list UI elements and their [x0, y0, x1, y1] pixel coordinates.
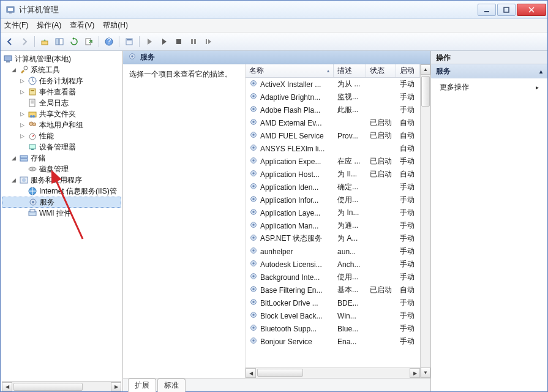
- tree-shared-folders[interactable]: ▷共享文件夹: [2, 108, 121, 119]
- tree-performance[interactable]: ▷性能: [2, 130, 121, 141]
- service-row[interactable]: Adobe Flash Pla...此服...手动: [246, 104, 420, 116]
- menu-file[interactable]: 文件(F): [4, 20, 28, 31]
- service-desc: 为通...: [334, 219, 366, 232]
- tree-services[interactable]: ▷服务: [2, 197, 121, 208]
- minimize-button[interactable]: [478, 4, 496, 16]
- refresh-button[interactable]: [67, 35, 81, 48]
- service-row[interactable]: Application Iden...确定...手动: [246, 181, 420, 194]
- service-name: Application Infor...: [260, 196, 318, 205]
- tree-services-apps[interactable]: ◢ 服务和应用程序: [2, 175, 121, 186]
- tree-iis[interactable]: ▷Internet 信息服务(IIS)管: [2, 186, 121, 197]
- restart-button[interactable]: [201, 35, 215, 48]
- service-row[interactable]: AMD FUEL ServiceProv...已启动自动: [246, 129, 420, 142]
- close-button[interactable]: [517, 4, 546, 16]
- menu-action[interactable]: 操作(A): [37, 20, 61, 31]
- expand-icon[interactable]: ▷: [19, 111, 26, 118]
- svg-point-49: [131, 55, 133, 58]
- tree-device-manager[interactable]: ▷设备管理器: [2, 141, 121, 153]
- service-row[interactable]: Autodesk Licensi...Anch...手动: [246, 258, 420, 271]
- expand-icon[interactable]: ▷: [19, 89, 26, 96]
- service-row[interactable]: ActiveX Installer ...为从 ...手动: [246, 78, 420, 91]
- svg-rect-9: [59, 39, 63, 45]
- menu-view[interactable]: 查看(V): [70, 20, 94, 31]
- tree-wmi[interactable]: ▷WMI 控件: [2, 208, 121, 219]
- stop-button[interactable]: [172, 35, 186, 48]
- service-row[interactable]: Bluetooth Supp...Blue...手动: [246, 322, 420, 335]
- tree-root[interactable]: 计算机管理(本地): [2, 53, 121, 64]
- service-row[interactable]: aunhelperaun...手动: [246, 245, 420, 258]
- service-row[interactable]: Block Level Back...Win...手动: [246, 309, 420, 322]
- maximize-button[interactable]: [497, 4, 516, 16]
- tree-disk-mgmt[interactable]: ▷磁盘管理: [2, 164, 121, 175]
- list-hscrollbar[interactable]: ◀▶: [246, 368, 420, 378]
- service-status: [366, 251, 396, 253]
- svg-rect-2: [9, 12, 12, 13]
- service-row[interactable]: ANSYS FLEXlm li...自动: [246, 142, 420, 155]
- action-more[interactable]: 更多操作 ▸: [431, 78, 547, 96]
- col-name[interactable]: 名称: [246, 64, 334, 77]
- svg-rect-36: [20, 156, 28, 158]
- pause-button[interactable]: [187, 35, 200, 48]
- svg-point-21: [24, 66, 28, 70]
- tree-local-users[interactable]: ▷本地用户和组: [2, 119, 121, 130]
- tree-system-tools[interactable]: ◢ 系统工具: [2, 64, 121, 75]
- expand-icon[interactable]: ▷: [19, 122, 26, 129]
- tree-global-log[interactable]: ▷全局日志: [2, 97, 121, 108]
- export-button[interactable]: [82, 35, 96, 48]
- expand-icon[interactable]: ▷: [19, 78, 26, 85]
- service-row[interactable]: ASP.NET 状态服务为 A...手动: [246, 232, 420, 245]
- properties-button[interactable]: [122, 35, 136, 48]
- gear-icon: [249, 195, 258, 205]
- col-status[interactable]: 状态: [366, 64, 396, 77]
- start-service-button[interactable]: [143, 35, 156, 48]
- show-hide-tree-button[interactable]: [53, 35, 66, 48]
- action-section[interactable]: 服务 ▴: [431, 64, 547, 78]
- tab-standard[interactable]: 标准: [157, 379, 186, 392]
- service-row[interactable]: Background Inte...使用...手动: [246, 271, 420, 284]
- service-row[interactable]: AMD External Ev...已启动自动: [246, 116, 420, 129]
- svg-rect-15: [176, 39, 181, 44]
- service-status: [366, 302, 396, 304]
- play-button[interactable]: [157, 35, 171, 48]
- svg-point-75: [252, 236, 255, 239]
- tree-event-viewer[interactable]: ▷事件查看器: [2, 86, 121, 97]
- menu-help[interactable]: 帮助(H): [103, 20, 128, 31]
- tree-hscrollbar[interactable]: ◀▶: [2, 381, 121, 391]
- expand-icon[interactable]: ▷: [19, 133, 26, 140]
- gear-icon: [249, 105, 258, 115]
- svg-point-69: [252, 198, 255, 200]
- svg-point-51: [252, 82, 255, 85]
- service-row[interactable]: Bonjour ServiceEna...手动: [246, 335, 420, 348]
- collapse-icon[interactable]: ◢: [10, 177, 17, 184]
- service-desc: 为 A...: [334, 232, 366, 245]
- gear-icon: [249, 323, 258, 334]
- service-row[interactable]: BitLocker Drive ...BDE...手动: [246, 296, 420, 309]
- tools-icon: [19, 65, 29, 75]
- service-startup: 手动: [396, 155, 420, 168]
- col-desc[interactable]: 描述: [334, 64, 366, 77]
- service-name: BitLocker Drive ...: [260, 299, 318, 307]
- gear-icon: [249, 156, 258, 167]
- back-button[interactable]: [3, 35, 17, 48]
- collapse-icon[interactable]: ◢: [10, 67, 17, 74]
- service-row[interactable]: Adaptive Brightn...监视...手动: [246, 91, 420, 104]
- service-row[interactable]: Application Expe...在应 ...已启动手动: [246, 155, 420, 168]
- tab-extended[interactable]: 扩展: [128, 379, 156, 392]
- list-vscrollbar[interactable]: ▲▼: [420, 64, 430, 378]
- service-row[interactable]: Application Infor...使用...手动: [246, 194, 420, 206]
- forward-button[interactable]: [18, 35, 31, 48]
- service-row[interactable]: Application Host...为 II...已启动自动: [246, 168, 420, 181]
- service-name: Adobe Flash Pla...: [260, 106, 320, 115]
- col-startup[interactable]: 启动: [396, 64, 420, 77]
- tree-task-scheduler[interactable]: ▷任务计划程序: [2, 75, 121, 86]
- collapse-icon[interactable]: ◢: [10, 155, 17, 162]
- help-button[interactable]: ?: [102, 35, 116, 48]
- service-row[interactable]: Base Filtering En...基本...已启动自动: [246, 284, 420, 296]
- service-startup: 自动: [396, 142, 420, 155]
- service-row[interactable]: Application Laye...为 In...手动: [246, 206, 420, 219]
- service-status: [366, 238, 396, 240]
- tree-storage[interactable]: ◢ 存储: [2, 153, 121, 164]
- svg-rect-14: [127, 39, 132, 40]
- service-row[interactable]: Application Man...为通...手动: [246, 219, 420, 232]
- up-button[interactable]: [38, 35, 51, 48]
